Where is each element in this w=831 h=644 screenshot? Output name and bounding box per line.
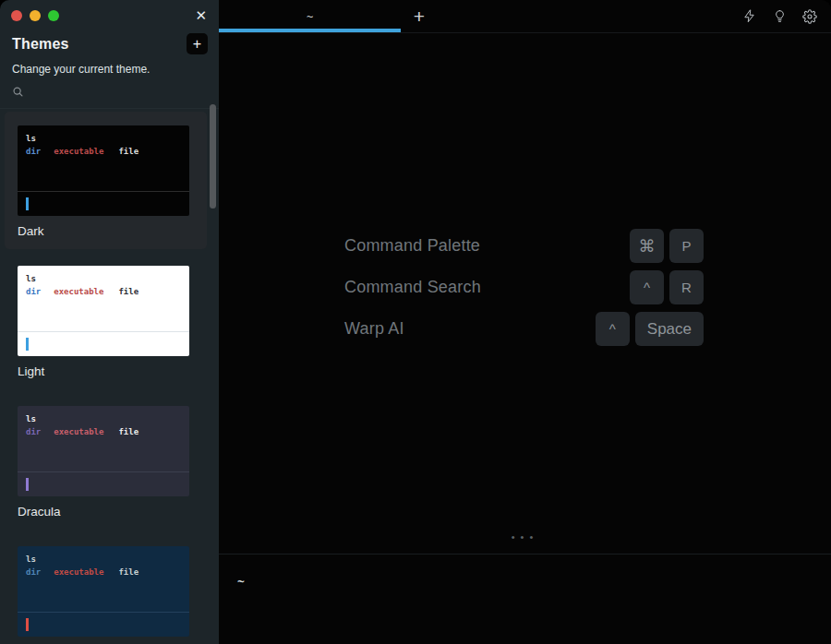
r-keycap: R [669,270,704,304]
preview-cursor [26,338,29,351]
preview-file: file [118,287,138,296]
terminal-area: ~ + [219,0,831,644]
theme-item-dark[interactable]: ls direxecutablefile Dark [5,112,207,249]
preview-dir: dir [26,567,41,577]
theme-preview-card: ls direxecutablefile [18,125,189,216]
theme-search[interactable] [12,86,207,100]
search-icon [12,85,24,101]
minimize-window-button[interactable] [30,10,41,21]
preview-file: file [118,147,138,156]
input-block-divider [219,554,831,555]
preview-command: ls [26,274,189,283]
traffic-lights [0,0,219,28]
preview-executable: executable [54,567,103,577]
preview-command: ls [26,555,189,564]
terminal-content: Command Palette ⌘ P Command Search ^ R W… [219,33,831,644]
preview-executable: executable [54,147,103,156]
preview-dir: dir [26,147,41,156]
preview-executable: executable [54,287,103,296]
shortcut-row: Warp AI ^ Space [344,312,704,346]
space-keycap: Space [635,312,704,346]
theme-preview-card: ls direxecutablefile [18,546,189,637]
theme-preview-card: ls direxecutablefile [18,406,189,496]
preview-file: file [118,427,138,436]
panel-header: Themes + [0,33,219,54]
shortcut-label: Command Search [344,278,481,297]
lightning-icon[interactable] [741,8,757,25]
theme-list: ls direxecutablefile Dark ls direxecutab… [0,109,219,644]
preview-dir: dir [26,427,41,436]
theme-item-light[interactable]: ls direxecutablefile Light [5,252,207,389]
preview-executable: executable [54,427,103,436]
shortcut-label: Command Palette [344,236,480,256]
theme-name: Light [18,364,207,378]
theme-item-solarized-dark[interactable]: ls direxecutablefile Solarized Dark [5,532,207,644]
theme-name: Dark [18,224,207,238]
terminal-prompt[interactable]: ~ [237,574,245,588]
tab-bar: ~ + [219,0,831,33]
more-blocks-indicator: ••• [219,531,831,543]
sidebar-scrollbar[interactable] [210,104,216,209]
preview-command: ls [26,134,189,143]
close-window-button[interactable] [11,10,22,21]
toolbar-icons [741,0,831,32]
cmd-keycap: ⌘ [630,229,664,263]
preview-cursor [26,478,29,491]
panel-title: Themes [12,36,69,53]
ctrl-keycap: ^ [596,312,630,346]
tab-home[interactable]: ~ [219,0,401,32]
preview-file: file [118,567,138,577]
zoom-window-button[interactable] [48,10,59,21]
shortcut-row: Command Palette ⌘ P [344,229,704,263]
theme-name: Dracula [18,505,207,519]
bulb-icon[interactable] [771,8,788,25]
themes-panel: ✕ Themes + Change your current theme. ls [0,0,219,644]
gear-icon[interactable] [801,8,818,25]
preview-cursor [26,618,29,631]
p-keycap: P [669,229,704,263]
new-tab-button[interactable]: + [404,0,434,32]
theme-preview-card: ls direxecutablefile [18,266,189,356]
shortcut-hints: Command Palette ⌘ P Command Search ^ R W… [344,229,704,353]
tab-title: ~ [307,10,313,23]
preview-dir: dir [26,287,41,296]
close-panel-icon[interactable]: ✕ [195,7,207,24]
shortcut-row: Command Search ^ R [344,270,704,304]
ctrl-keycap: ^ [630,270,664,304]
warp-window: ✕ Themes + Change your current theme. ls [0,0,831,644]
preview-command: ls [26,414,189,423]
active-tab-indicator [219,29,401,32]
theme-item-dracula[interactable]: ls direxecutablefile Dracula [5,392,207,530]
shortcut-label: Warp AI [344,319,404,339]
add-theme-button[interactable]: + [187,33,208,54]
preview-cursor [26,197,29,210]
panel-subtitle: Change your current theme. [12,63,207,76]
